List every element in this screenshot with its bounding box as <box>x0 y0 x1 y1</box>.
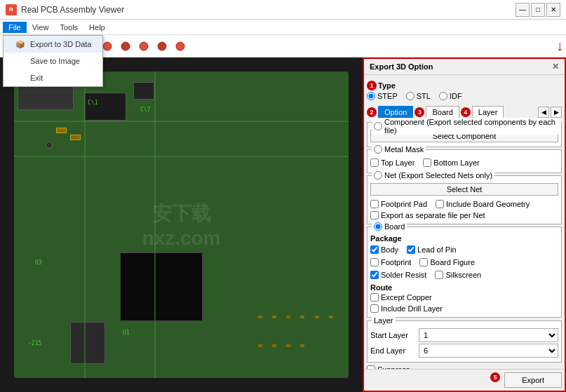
toolbar-btn-9[interactable] <box>172 38 189 55</box>
top-layer-option[interactable]: Top Layer <box>370 158 415 167</box>
panel-body: 1 Type STEP STL IDF <box>364 75 565 369</box>
type-step-radio[interactable] <box>367 92 375 100</box>
num-1: 1 <box>367 81 377 90</box>
body-option[interactable]: Body <box>370 245 398 254</box>
pcb-trace-v1 <box>84 72 86 378</box>
net-group-title: Net (Export Selected Nets only) <box>372 171 494 180</box>
menu-export-3d[interactable]: 📦 Export to 3D Data <box>4 36 102 53</box>
board-content: Package Body Lead of Pin <box>370 230 558 313</box>
include-drill-label: Include Drill Layer <box>381 304 443 313</box>
footprint-option[interactable]: Footprint <box>370 258 411 266</box>
svg-point-9 <box>176 42 184 50</box>
menu-bar: File View Tools Help 📦 Export to 3D Data… <box>0 20 566 35</box>
select-net-btn[interactable]: Select Net <box>370 183 558 196</box>
net-check-row-1: Footprint Pad Include Board Geometry <box>370 198 558 210</box>
num-3: 3 <box>415 107 424 117</box>
pcb-label-215: -215 <box>28 340 41 346</box>
board-figure-option[interactable]: Board Figure <box>419 258 475 266</box>
panel-next-btn[interactable]: ▶ <box>551 107 562 118</box>
except-copper-check[interactable] <box>370 293 379 302</box>
pcb-component-grid <box>257 315 342 371</box>
board-radio[interactable] <box>374 222 382 231</box>
pcb-label-c1: C\1 <box>88 100 97 106</box>
footprint-check[interactable] <box>370 258 379 266</box>
close-button[interactable]: ✕ <box>546 3 560 17</box>
layer-section: Layer Start Layer 1 2 3 4 5 6 <box>367 320 562 363</box>
type-stl-radio[interactable] <box>406 92 415 100</box>
silkscreen-check[interactable] <box>435 271 443 279</box>
component-radio[interactable] <box>374 122 382 130</box>
start-layer-select[interactable]: 1 2 3 4 5 6 <box>419 328 558 342</box>
bottom-layer-option[interactable]: Bottom Layer <box>423 158 479 167</box>
include-drill-check[interactable] <box>370 304 379 313</box>
menu-tools[interactable]: Tools <box>54 22 83 33</box>
type-idf-radio[interactable] <box>439 92 447 100</box>
pcb-label-u1: U1 <box>123 330 130 336</box>
metal-mask-options: Top Layer Bottom Layer <box>370 157 558 168</box>
maximize-button[interactable]: □ <box>531 3 545 17</box>
bottom-layer-check[interactable] <box>423 158 431 167</box>
include-drill-option[interactable]: Include Drill Layer <box>370 304 558 313</box>
menu-view[interactable]: View <box>27 22 55 33</box>
solder-resist-label: Solder Resist <box>381 271 426 279</box>
export-panel: Export 3D Option ✕ 1 Type STEP <box>363 58 566 392</box>
metal-mask-title: Metal Mask <box>372 145 426 154</box>
footprint-pad-option[interactable]: Footprint Pad <box>370 200 427 208</box>
top-layer-label: Top Layer <box>381 158 415 167</box>
pcb-component-round <box>46 142 53 149</box>
menu-help[interactable]: Help <box>83 22 111 33</box>
end-layer-select[interactable]: 1 2 3 4 6 <box>419 344 558 358</box>
board-group: Board Package Body <box>367 227 562 318</box>
svg-point-7 <box>140 42 148 50</box>
panel-prev-btn[interactable]: ◀ <box>538 107 549 118</box>
lead-of-pin-option[interactable]: Lead of Pin <box>407 245 457 254</box>
panel-title-text: Export 3D Option <box>370 62 433 71</box>
include-board-geom-option[interactable]: Include Board Geometry <box>436 200 530 208</box>
tab-board[interactable]: Board <box>426 106 459 119</box>
pcb-bottom-connector <box>70 322 105 364</box>
export-separate-file-check[interactable] <box>370 211 379 219</box>
component-group: Component (Export selected components by… <box>367 122 562 147</box>
panel-close-button[interactable]: ✕ <box>552 62 559 72</box>
metal-mask-radio[interactable] <box>374 145 382 154</box>
layer-content: Start Layer 1 2 3 4 5 6 End Layer <box>370 324 558 358</box>
top-layer-check[interactable] <box>370 158 379 167</box>
export-separate-file-label: Export as separate file per Net <box>381 211 485 219</box>
type-step-option[interactable]: STEP <box>367 92 398 100</box>
body-check[interactable] <box>370 245 379 254</box>
menu-exit[interactable]: Exit <box>4 69 102 86</box>
footprint-pad-check[interactable] <box>370 200 379 208</box>
app-icon: R <box>6 4 17 15</box>
type-idf-option[interactable]: IDF <box>439 92 462 100</box>
pcb-view[interactable]: C\1 C\7 U3 U1 -215 <box>0 58 363 392</box>
menu-save-image[interactable]: Save to Image <box>4 53 102 69</box>
type-label: Type <box>378 81 396 90</box>
toolbar-btn-6[interactable] <box>117 38 134 55</box>
package-label: Package <box>370 234 558 243</box>
pcb-cap-2 <box>70 135 81 140</box>
svg-point-6 <box>121 42 130 50</box>
solder-resist-check[interactable] <box>370 271 379 279</box>
type-stl-option[interactable]: STL <box>406 92 431 100</box>
menu-file[interactable]: File <box>3 22 27 33</box>
tab-option[interactable]: Option <box>378 106 413 119</box>
pcb-ic-1 <box>84 93 126 121</box>
lead-of-pin-check[interactable] <box>407 245 415 254</box>
toolbar-btn-7[interactable] <box>135 38 152 55</box>
silkscreen-option[interactable]: Silkscreen <box>435 271 481 279</box>
export-bar: 5 Export <box>364 369 565 391</box>
pcb-label-u3: U3 <box>35 259 42 266</box>
num-2: 2 <box>367 107 377 117</box>
export-button[interactable]: Export <box>504 372 562 388</box>
package-section: Package Body Lead of Pin <box>370 234 558 281</box>
board-figure-check[interactable] <box>419 258 428 266</box>
exit-icon <box>15 72 26 83</box>
except-copper-option[interactable]: Except Copper <box>370 293 558 302</box>
export-separate-file-option[interactable]: Export as separate file per Net <box>370 211 558 219</box>
include-board-geom-check[interactable] <box>436 200 444 208</box>
tab-layer[interactable]: Layer <box>472 106 504 119</box>
net-radio[interactable] <box>374 171 382 180</box>
minimize-button[interactable]: — <box>516 3 530 17</box>
solder-resist-option[interactable]: Solder Resist <box>370 271 426 279</box>
toolbar-btn-8[interactable] <box>154 38 170 55</box>
